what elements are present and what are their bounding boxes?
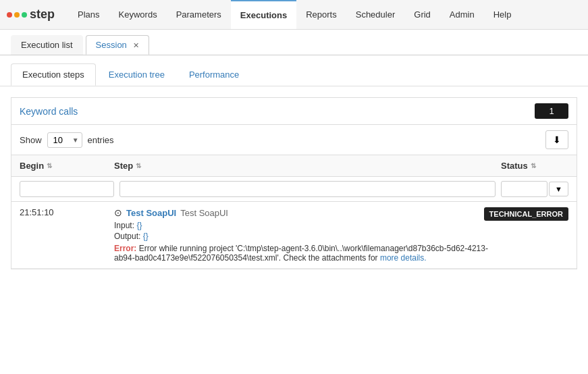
dot-green bbox=[22, 12, 27, 18]
row-begin-time: 21:51:10 bbox=[20, 207, 114, 217]
top-navigation: step Plans Keywords Parameters Execution… bbox=[0, 0, 588, 30]
step-input: Input: {} bbox=[114, 221, 501, 230]
step-output: Output: {} bbox=[114, 232, 501, 241]
error-more-details-link[interactable]: more details. bbox=[380, 253, 427, 263]
logo-text: step bbox=[30, 7, 55, 22]
show-label: Show bbox=[20, 135, 42, 145]
step-circle-icon: ⊙ bbox=[114, 207, 122, 218]
table-filters: ▼ bbox=[11, 177, 577, 202]
nav-executions[interactable]: Executions bbox=[231, 0, 296, 29]
error-label: Error: bbox=[114, 244, 136, 253]
th-begin: Begin ⇅ bbox=[20, 161, 114, 171]
nav-reports[interactable]: Reports bbox=[296, 0, 346, 29]
table-header: Begin ⇅ Step ⇅ Status ⇅ bbox=[11, 155, 577, 177]
logo: step bbox=[7, 7, 55, 22]
session-tabs: Execution list Session ✕ bbox=[0, 30, 588, 55]
input-value: {} bbox=[136, 221, 142, 230]
main-content: Keyword calls 1 Show 10 25 50 100 ▼ entr… bbox=[0, 86, 588, 280]
nav-scheduler[interactable]: Scheduler bbox=[346, 0, 405, 29]
sort-status-icon[interactable]: ⇅ bbox=[531, 162, 536, 169]
th-begin-label: Begin bbox=[20, 161, 44, 171]
output-label: Output: bbox=[114, 232, 140, 241]
filter-begin-wrapper bbox=[20, 181, 114, 197]
table-wrapper: Begin ⇅ Step ⇅ Status ⇅ ▼ bbox=[11, 155, 577, 269]
filter-step-input[interactable] bbox=[119, 181, 496, 197]
entries-select-wrapper: 10 25 50 100 ▼ bbox=[47, 132, 82, 148]
filter-status-wrapper: ▼ bbox=[501, 181, 568, 197]
nav-keywords[interactable]: Keywords bbox=[109, 0, 167, 29]
content-tabs: Execution steps Execution tree Performan… bbox=[0, 55, 588, 86]
dot-red bbox=[7, 12, 12, 18]
step-subname: Test SoapUI bbox=[180, 208, 228, 218]
input-label: Input: bbox=[114, 221, 134, 230]
nav-items: Plans Keywords Parameters Executions Rep… bbox=[68, 0, 520, 29]
nav-grid[interactable]: Grid bbox=[404, 0, 440, 29]
keyword-calls-title: Keyword calls bbox=[20, 106, 78, 117]
tab-session-label: Session bbox=[96, 40, 127, 50]
dot-yellow bbox=[14, 12, 20, 18]
step-name[interactable]: Test SoapUI bbox=[126, 208, 176, 218]
status-badge: TECHNICAL_ERROR bbox=[484, 207, 568, 221]
nav-parameters[interactable]: Parameters bbox=[167, 0, 231, 29]
table-row: 21:51:10 ⊙ Test SoapUI Test SoapUI 🔗 Inp… bbox=[11, 202, 577, 269]
logo-dots bbox=[7, 12, 27, 18]
nav-admin[interactable]: Admin bbox=[440, 0, 484, 29]
th-status: Status ⇅ bbox=[501, 161, 568, 171]
keyword-calls-header: Keyword calls 1 bbox=[11, 97, 577, 125]
row-status-cell: TECHNICAL_ERROR bbox=[501, 207, 568, 221]
filter-status-select[interactable] bbox=[501, 181, 547, 197]
output-value: {} bbox=[143, 232, 149, 241]
filter-status-dropdown-btn[interactable]: ▼ bbox=[549, 182, 568, 196]
sort-step-icon[interactable]: ⇅ bbox=[136, 162, 141, 169]
row-step-cell: ⊙ Test SoapUI Test SoapUI 🔗 Input: {} Ou… bbox=[114, 207, 501, 263]
show-entries-row: Show 10 25 50 100 ▼ entries ⬇ bbox=[11, 125, 577, 155]
entries-label: entries bbox=[88, 135, 114, 145]
th-status-label: Status bbox=[501, 161, 528, 171]
tab-execution-tree[interactable]: Execution tree bbox=[97, 63, 176, 86]
keyword-calls-badge: 1 bbox=[535, 103, 568, 119]
step-title-row: ⊙ Test SoapUI Test SoapUI 🔗 bbox=[114, 207, 501, 218]
tab-execution-steps[interactable]: Execution steps bbox=[11, 63, 96, 86]
tab-execution-list[interactable]: Execution list bbox=[11, 35, 83, 55]
download-button[interactable]: ⬇ bbox=[545, 130, 568, 149]
tab-session[interactable]: Session ✕ bbox=[86, 35, 150, 55]
step-error: Error: Error while running project 'C:\t… bbox=[114, 244, 501, 263]
filter-begin-input[interactable] bbox=[20, 181, 114, 197]
close-tab-icon[interactable]: ✕ bbox=[133, 41, 139, 49]
download-icon: ⬇ bbox=[553, 134, 561, 145]
tab-performance[interactable]: Performance bbox=[178, 63, 250, 86]
filter-step-wrapper bbox=[119, 181, 496, 197]
th-step-label: Step bbox=[114, 161, 133, 171]
nav-help[interactable]: Help bbox=[484, 0, 521, 29]
nav-plans[interactable]: Plans bbox=[68, 0, 109, 29]
th-step: Step ⇅ bbox=[114, 161, 501, 171]
sort-begin-icon[interactable]: ⇅ bbox=[47, 162, 52, 169]
entries-select[interactable]: 10 25 50 100 bbox=[47, 132, 82, 148]
